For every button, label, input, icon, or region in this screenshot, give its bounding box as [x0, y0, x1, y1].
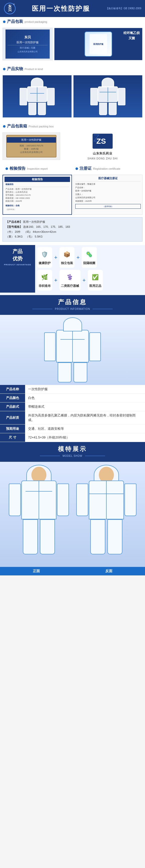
blue-dot-icon-3 [3, 125, 5, 128]
model-show-header: 模特展示 MODEL SHOW [0, 442, 145, 462]
plus-icon-4: + [82, 270, 86, 290]
size-label: （码） [24, 230, 32, 233]
health-icon: 🛡️ [40, 250, 50, 259]
bag-image: 医用防护服 [84, 32, 112, 57]
brand-name-en: SHAN DONG ZHU SHI [88, 157, 118, 160]
qty-label: （件） [6, 230, 14, 233]
info-box-qty: （件） 20件 （码） 44cm×30cm×42cm [6, 229, 139, 235]
sterilized-overlay: 经环氧乙烷 灭菌 [123, 31, 140, 41]
size-val: 44cm×30cm×42cm [33, 230, 56, 233]
weight2-label: （毛） [26, 235, 34, 238]
spec-key-name: 产品名称 [0, 385, 25, 394]
coverall-main-figure [47, 317, 98, 382]
real-title-zh: 产品实物 [7, 66, 23, 71]
brand-logo-icon: 东 贝 ® [4, 2, 16, 14]
sterilized-line2: 灭菌 [123, 36, 140, 41]
adv-item-health: 🛡️ 健康防护 [37, 247, 52, 268]
weight2-val: 5.5KG [35, 235, 43, 238]
real-title-en: Product in kind [25, 68, 43, 70]
real-images-row [0, 73, 145, 119]
model-show-section: 模特展示 MODEL SHOW [0, 442, 145, 576]
spec-val-color: 白色 [25, 394, 145, 402]
cardboard-box-image: 医用一次性防护服 规格：160/165/170/175 数量：20件/箱 山东朱… [2, 132, 60, 160]
plus-icon-1: + [54, 247, 57, 268]
packaging-title-zh: 产品包装 [7, 19, 23, 24]
packaging-title-en: product packaging [25, 20, 47, 23]
adv-item-packing: 📦 独立包装 [59, 247, 74, 268]
packing-title-en: Product packing box [29, 125, 54, 128]
inspection-report-card: 检验报告 检验报告 产品名称：医用一次性防护服 委托单位：山东朱氏药业 型号规格… [2, 175, 72, 215]
model-front-figure [11, 467, 67, 562]
product-box-sim: 东贝 医用一次性防护服 医疗器械 | 无菌 山东朱氏药业有限公司 [5, 29, 50, 59]
inspection-title-zh: 检验报告 [9, 166, 26, 171]
registration-title-en: Registration certificate [93, 167, 120, 170]
sterilized-image: 医用防护服 经环氧乙烷 灭菌 [54, 28, 143, 60]
model-show-title-en: MODEL SHOW [63, 455, 82, 457]
advantages-header-row: 产品 优势 PRODUCT ADVANTAGE 🛡️ 健康防护 + 📦 独立包装… [0, 245, 145, 292]
report-card-header: 检验报告 [4, 177, 70, 182]
product-info-divider: PRODUCT INFORMATION [3, 306, 142, 312]
product-packaging-section: 产品包装 product packaging 东贝 医用一次性防护服 医疗器械 … [0, 17, 145, 64]
adv-label-genuine: 医用正品 [89, 284, 101, 288]
advantages-row-1: 🛡️ 健康防护 + 📦 独立包装 + 🦠 阻隔细菌 [37, 247, 143, 268]
info-box-weight: （重） 6.3KG （毛） 5.5KG [6, 234, 139, 239]
blue-dot-icon [3, 21, 5, 23]
model-back-figure [79, 467, 134, 562]
adv-label-fabric: 非织造布 [39, 284, 51, 288]
back-label: 反面 [72, 567, 145, 576]
spec-val: 选体160、165、170、175、185、183 [23, 225, 70, 228]
brand-logo-area: ZS 山东朱氏药业 SHAN DONG ZHU SHI [63, 132, 143, 160]
report-card-body: 检验报告 产品名称：医用一次性防护服 委托单位：山东朱氏药业 型号规格：160/… [4, 182, 70, 213]
spec-row-color: 产品颜色 白色 [0, 394, 145, 402]
spec-key-color: 产品颜色 [0, 394, 25, 402]
spec-row-size: 尺 寸 72×41.5×39（外箱20件/箱） [0, 433, 145, 442]
spec-row-material: 产品材质 外层为高质多微孔聚乙烯膜，内层为防粘聚丙烯无纺布，经封条密封缝制而成。 [0, 411, 145, 425]
spec-key-size: 尺 寸 [0, 433, 25, 442]
cardboard-box-label: 医用一次性防护服 [7, 137, 56, 143]
packing-title-zh: 产品包装箱 [7, 124, 27, 129]
model-photo-area [0, 462, 145, 567]
spec-val-purpose: 交通、社区、道路安检等 [25, 425, 145, 433]
spec-key-style: 产品款式 [0, 402, 25, 411]
model-back-torso [89, 480, 124, 519]
spec-label: 【型号规格】 [6, 225, 22, 228]
product-name-label: 【产品名称】 [6, 220, 22, 223]
adv-item-genuine: ✅ 医用正品 [88, 270, 103, 290]
standard-label: 【执行标准号】GB 19082-2009 [106, 7, 141, 10]
product-title: 医用一次性防护服 [16, 4, 106, 13]
inspection-titles-row: 检验报告 Inspection report 注册证 Registration … [0, 164, 145, 173]
registration-section-title: 注册证 Registration certificate [72, 164, 143, 173]
packing-box-images-row: 医用一次性防护服 规格：160/165/170/175 数量：20件/箱 山东朱… [0, 131, 145, 161]
advantages-section: 产品 优势 PRODUCT ADVANTAGE 🛡️ 健康防护 + 📦 独立包装… [0, 245, 145, 295]
reg-card-body: 注册证编号：鲁械注准 产品名称： 医用一次性防护服 注册人： 山东朱氏药业有限公… [75, 182, 141, 209]
reg-card-header: 医疗器械注册证 [75, 177, 141, 182]
main-legs [58, 363, 87, 382]
brand-name-zh: 山东朱氏药业 [93, 151, 113, 156]
spec-val-size: 72×41.5×39（外箱20件/箱） [25, 433, 145, 442]
weight1-val: 6.3KG [15, 235, 23, 238]
inspection-section: 检验报告 Inspection report 注册证 Registration … [0, 164, 145, 245]
genuine-icon: ✅ [90, 272, 100, 282]
adv-item-fabric: 🌿 非织造布 [37, 270, 52, 290]
coverall-front-image [2, 75, 72, 118]
spec-row-style: 产品款式 带帽连体式 [0, 402, 145, 411]
advantages-title-en: PRODUCT ADVANTAGE [4, 264, 31, 266]
weight1-label: （重） [6, 235, 14, 238]
spec-val-name: 一次性防护服 [25, 385, 145, 394]
cardboard-box-sim: 医用一次性防护服 规格：160/165/170/175 数量：20件/箱 山东朱… [6, 135, 56, 157]
inspection-title-en: Inspection report [27, 167, 48, 170]
info-box-spec: 【型号规格】 选体160、165、170、175、185、183 [6, 224, 139, 229]
bacteria-icon: 🦠 [84, 250, 94, 259]
packing-box-section-title: 产品包装箱 Product packing box [0, 122, 145, 131]
real-section-title: 产品实物 Product in kind [0, 64, 145, 73]
adv-item-bacteria: 🦠 阻隔细菌 [82, 247, 97, 268]
adv-label-bacteria: 阻隔细菌 [83, 261, 95, 265]
advantages-title-block: 产品 优势 PRODUCT ADVANTAGE [0, 245, 35, 292]
coverall-side-image [73, 75, 143, 118]
coverall-side-figure [97, 78, 119, 115]
spec-key-purpose: 预期用途 [0, 425, 25, 433]
model-torso [21, 480, 56, 519]
blue-dot-icon-4 [5, 167, 8, 170]
product-name-val: 医用一次性防护服 [23, 220, 45, 223]
spec-val-style: 带帽连体式 [25, 402, 145, 411]
